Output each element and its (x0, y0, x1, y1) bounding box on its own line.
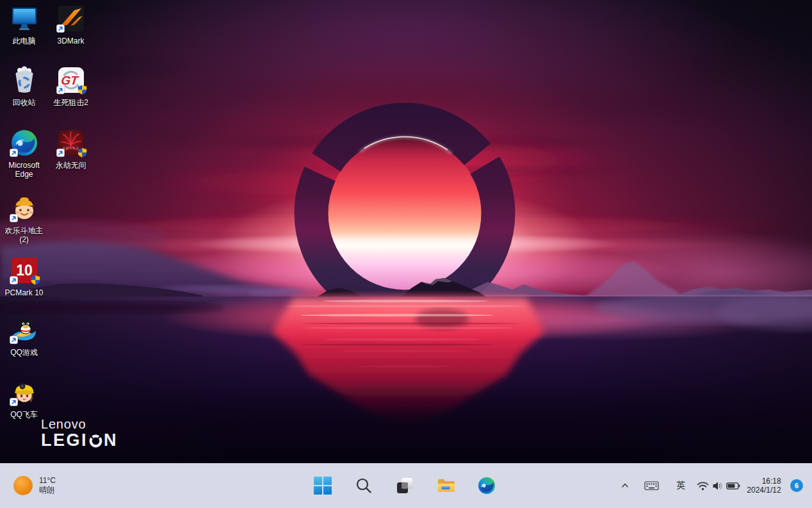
desktop-icon-recycle-bin[interactable]: 回收站 (1, 65, 47, 107)
shortcut-arrow-badge (56, 86, 65, 94)
desktop-icon-pcmark10[interactable]: 10 PCMark 10 (1, 256, 47, 297)
desktop-icon-label: Edge (8, 170, 40, 179)
task-view-button[interactable] (392, 473, 418, 498)
wallpaper (0, 0, 812, 463)
search-button[interactable] (351, 473, 377, 498)
legion-wordmark: LEGIN (41, 431, 118, 449)
desktop-icon-label: (2) (5, 235, 44, 244)
huanledoudizhu-icon (10, 193, 39, 223)
shengsijuji2-icon: GT (56, 65, 86, 95)
uac-shield-badge (31, 275, 40, 285)
file-explorer-icon (436, 476, 455, 495)
desktop-icon-qq-speed[interactable]: QQ飞车 (1, 377, 47, 419)
desktop-icon-3dmark[interactable]: 3DMark (47, 4, 94, 45)
edge-icon (477, 476, 496, 495)
pcmark10-icon: 10 (10, 256, 39, 285)
recycle-bin-icon (10, 65, 39, 95)
qq-games-icon (10, 315, 39, 345)
legion-o-ring-glyph (89, 434, 102, 448)
weather-sun-icon (13, 476, 33, 495)
volume-icon[interactable] (712, 473, 723, 498)
battery-icon[interactable] (726, 473, 740, 498)
task-view-icon (395, 476, 414, 495)
desktop-icon-qq-games[interactable]: QQ游戏 (1, 315, 47, 357)
desktop-icon-microsoft-edge[interactable]: Microsoft Edge (1, 128, 47, 179)
notification-badge[interactable]: 6 (790, 479, 803, 492)
windows-start-icon (313, 476, 332, 495)
water (0, 290, 812, 463)
shortcut-arrow-badge (10, 276, 18, 284)
edge-taskbar-button[interactable] (474, 473, 499, 498)
this-pc-icon (10, 4, 39, 33)
ssjj-gt-glyph: GT (60, 74, 79, 87)
start-button[interactable] (310, 473, 336, 498)
chevron-up-icon (619, 480, 631, 491)
desktop-icon-label: 永劫无间 (56, 161, 86, 170)
search-icon (354, 476, 373, 495)
desktop-icon-label: QQ游戏 (10, 348, 38, 357)
desktop-icon-label: PCMark 10 (4, 288, 43, 297)
microsoft-edge-icon (10, 128, 39, 158)
yongjiewujian-icon: ARAKA (56, 128, 86, 158)
shortcut-arrow-badge (10, 149, 18, 157)
file-explorer-button[interactable] (433, 473, 459, 498)
desktop-icon-label: 回收站 (13, 98, 36, 107)
weather-temperature: 11°C (39, 476, 56, 486)
desktop-icon-label: 此电脑 (13, 37, 36, 45)
desktop-icon-yongjiewujian[interactable]: ARAKA 永劫无间 (47, 128, 94, 170)
shortcut-arrow-badge (10, 214, 18, 222)
desktop-icon-label: QQ飞车 (10, 410, 38, 419)
desktop-icon-huanledoudizhu[interactable]: 欢乐斗地主 (2) (1, 193, 47, 244)
desktop-icon-label: Microsoft (8, 161, 40, 170)
lenovo-legion-brand: Lenovo LEGIN (41, 417, 118, 449)
tray-time: 16:18 (747, 477, 781, 486)
tray-chevron-button[interactable] (617, 473, 633, 498)
shortcut-arrow-badge (10, 336, 18, 344)
uac-shield-badge (77, 147, 87, 158)
desktop-icon-label: 生死狙击2 (53, 98, 88, 107)
3dmark-icon (56, 4, 86, 33)
desktop-icon-this-pc[interactable]: 此电脑 (1, 4, 47, 45)
desktop-icon-shengsijuji2[interactable]: GT 生死狙击2 (47, 65, 94, 107)
shortcut-arrow-badge (56, 149, 65, 157)
ime-indicator[interactable]: 英 (674, 473, 688, 498)
lenovo-wordmark: Lenovo (41, 417, 118, 431)
touch-keyboard-button[interactable] (643, 473, 661, 498)
keyboard-icon (644, 480, 660, 491)
weather-condition: 晴朗 (39, 486, 56, 495)
wifi-icon[interactable] (697, 473, 709, 498)
clock[interactable]: 16:18 2024/1/12 (743, 473, 785, 498)
tray-date: 2024/1/12 (747, 486, 781, 495)
svg-text:10: 10 (16, 262, 33, 279)
uac-shield-badge (77, 85, 87, 95)
desktop-icon-label: 3DMark (57, 37, 84, 45)
taskbar: 11°C 晴朗 (0, 463, 812, 508)
shortcut-arrow-badge (10, 398, 18, 406)
qq-speed-icon (10, 377, 39, 407)
desktop-icon-label: 欢乐斗地主 (5, 226, 44, 235)
weather-widget[interactable]: 11°C 晴朗 (13, 463, 56, 508)
desktop: 此电脑 3DMark 回收站 GT 生死狙击2 (0, 0, 812, 463)
shortcut-arrow-badge (56, 24, 65, 33)
